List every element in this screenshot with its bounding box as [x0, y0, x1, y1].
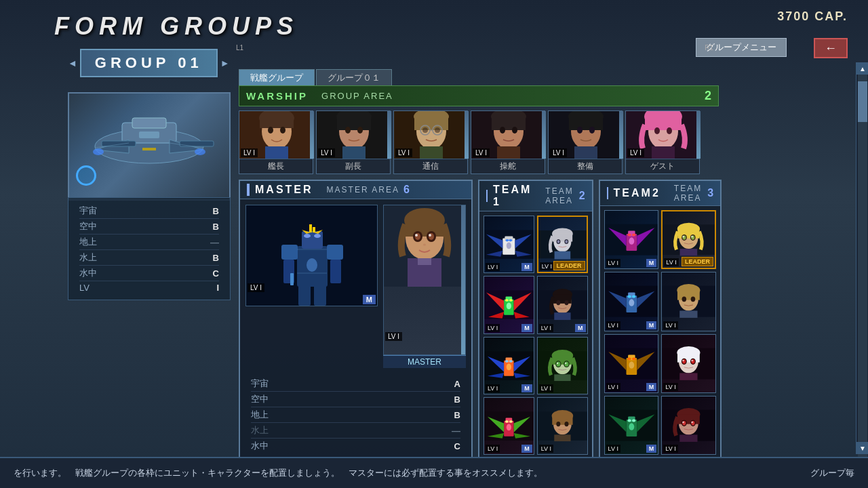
svg-rect-71 — [298, 285, 311, 306]
scrollbar-thumb[interactable] — [858, 81, 867, 122]
svg-point-25 — [357, 127, 363, 134]
lv-badge-vc: LV I — [318, 148, 335, 157]
svg-point-87 — [423, 244, 426, 246]
ship-circle-indicator — [76, 165, 96, 186]
portrait-vicecommander: LV I — [317, 111, 391, 159]
team1-mech1-badge: M — [521, 263, 532, 271]
stat-value-air: B — [213, 222, 219, 232]
group-title-bar[interactable]: GROUP 01 — [80, 49, 218, 77]
svg-point-106 — [557, 240, 560, 243]
warship-label: WARSHIP — [246, 90, 308, 102]
rank-bar-guest — [696, 111, 701, 159]
svg-rect-139 — [552, 355, 572, 364]
team2-mech1[interactable]: LV I M — [604, 210, 659, 269]
svg-rect-19 — [265, 146, 288, 159]
svg-rect-160 — [552, 415, 572, 424]
master-char-slot[interactable]: LV I — [383, 205, 466, 355]
stat-row-lv: LV I — [79, 281, 219, 294]
team1-char3[interactable]: LV I — [537, 337, 588, 394]
stat-value-lv: I — [216, 283, 219, 293]
master-title: MASTER — [255, 184, 313, 196]
svg-rect-228 — [677, 414, 700, 424]
master-content: LV I M — [240, 199, 471, 373]
svg-point-34 — [422, 127, 428, 133]
team2-char2-lv: LV I — [663, 321, 677, 329]
warship-slot-maintenance[interactable]: LV I 整備 — [548, 110, 623, 174]
team2-mech1-lv: LV I — [606, 259, 620, 267]
team1-mech3[interactable]: LV I M — [484, 337, 534, 394]
svg-point-18 — [280, 127, 285, 134]
team1-area-label: TEAM AREA — [545, 186, 574, 205]
team1-header: TEAM 1 TEAM AREA 2 — [479, 181, 592, 211]
master-area-label: MASTER AREA — [327, 185, 399, 195]
team2-char2[interactable]: LV I — [661, 272, 716, 331]
svg-rect-209 — [677, 352, 700, 362]
team1-char2[interactable]: LV I M — [537, 276, 588, 333]
team2-char3[interactable]: LV I — [661, 334, 716, 393]
svg-point-41 — [500, 127, 505, 134]
ship-tabs: 戦艦グループ グループ０１ — [239, 69, 719, 87]
char-name-maint: 整備 — [549, 159, 622, 174]
rank-bar-master-char — [461, 205, 465, 354]
team1-char2-badge: M — [575, 324, 586, 332]
team1-mech2[interactable]: LV I M — [484, 276, 534, 333]
svg-rect-103 — [552, 234, 572, 242]
stat-label-lv: LV — [79, 283, 90, 293]
svg-rect-30 — [414, 117, 448, 130]
team1-char1-leader[interactable]: LV I LEADER — [537, 216, 588, 273]
warship-slot-vicecommander[interactable]: LV I 副長 — [316, 110, 391, 174]
status-text-secondary: グループ毎 — [810, 467, 854, 479]
master-area-num: 6 — [403, 184, 410, 196]
warship-area-num: 2 — [705, 89, 711, 103]
svg-point-143 — [564, 361, 568, 366]
team2-mech2[interactable]: LV I M — [604, 272, 659, 331]
team2-char4[interactable]: LV I — [661, 396, 716, 455]
group-nav-right[interactable]: ► — [220, 58, 230, 68]
svg-rect-43 — [497, 146, 520, 159]
char-name-guest: ゲスト — [626, 159, 699, 174]
svg-rect-16 — [260, 118, 294, 128]
svg-point-188 — [629, 300, 634, 306]
stat-label-water: 水上 — [79, 251, 97, 264]
svg-point-234 — [692, 421, 694, 423]
svg-rect-67 — [281, 245, 298, 260]
tab-group01[interactable]: グループ０１ — [316, 69, 392, 87]
svg-point-118 — [509, 299, 513, 302]
team2-mech4-badge: M — [646, 445, 657, 453]
warship-header: WARSHIP GROUP AREA 2 — [239, 85, 719, 106]
warship-slot-helm[interactable]: LV I 操舵 — [471, 110, 545, 174]
team2-mech3-badge: M — [646, 383, 657, 391]
team2-mech3[interactable]: LV I M — [604, 334, 659, 393]
group-nav-left[interactable]: ◄ — [68, 58, 77, 68]
svg-rect-68 — [327, 245, 343, 260]
svg-point-224 — [632, 419, 635, 422]
team1-mech1[interactable]: LV I M — [484, 216, 534, 273]
scroll-up-button[interactable]: ▲ — [856, 62, 868, 75]
svg-point-124 — [564, 300, 568, 305]
team1-char4[interactable]: LV I — [537, 397, 588, 455]
team2-bar — [607, 187, 608, 199]
team1-mech4[interactable]: LV I M — [484, 397, 534, 455]
stat-value-underwater: C — [213, 268, 219, 279]
master-char-area: LV I MASTER — [383, 205, 466, 368]
team2-mech4[interactable]: LV I M — [604, 396, 659, 455]
master-mech-slot[interactable]: LV I M — [245, 205, 378, 306]
tab-warship-group[interactable]: 戦艦グループ — [239, 69, 315, 87]
master-stat-space: 宇宙 A — [251, 376, 460, 392]
stat-row-land: 地上 — — [79, 235, 219, 250]
svg-point-117 — [505, 299, 509, 302]
team2-char1-leader[interactable]: LV I LEADER — [661, 210, 716, 269]
svg-point-98 — [506, 239, 509, 242]
back-button[interactable]: ← — [814, 38, 848, 58]
scroll-down-button[interactable]: ▼ — [856, 442, 868, 454]
svg-point-66 — [314, 234, 321, 238]
rank-bar-helm — [542, 111, 546, 159]
portrait-helm: LV I — [471, 111, 546, 159]
warship-slot-comm[interactable]: LV I 通信 — [393, 110, 468, 174]
warship-slot-captain[interactable]: LV I 艦長 — [239, 110, 313, 174]
stat-row-air: 空中 B — [79, 219, 219, 235]
svg-rect-10 — [142, 148, 156, 150]
svg-point-99 — [509, 239, 512, 242]
portrait-captain: LV I — [239, 111, 314, 159]
warship-slot-guest[interactable]: LV I ゲスト — [625, 110, 700, 174]
